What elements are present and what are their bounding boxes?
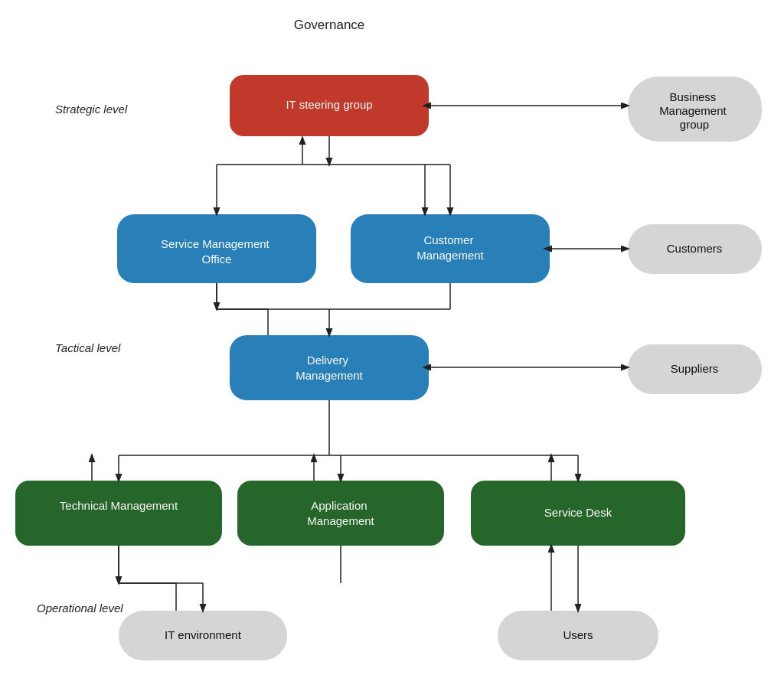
- it-steering-group-label: IT steering group: [286, 98, 372, 111]
- technical-management-box: [15, 481, 222, 546]
- operational-level-label: Operational level: [37, 602, 123, 615]
- service-desk-label: Service Desk: [544, 506, 612, 519]
- strategic-level-label: Strategic level: [55, 103, 128, 116]
- application-management-box: [237, 481, 444, 546]
- suppliers-label: Suppliers: [671, 362, 719, 375]
- users-label: Users: [563, 628, 593, 641]
- governance-title: Governance: [294, 18, 365, 32]
- customers-label: Customers: [667, 242, 723, 255]
- it-environment-label: IT environment: [165, 628, 242, 641]
- delivery-management-box: [230, 335, 429, 400]
- technical-management-label: Technical Management: [60, 499, 178, 512]
- tactical-level-label: Tactical level: [55, 341, 121, 354]
